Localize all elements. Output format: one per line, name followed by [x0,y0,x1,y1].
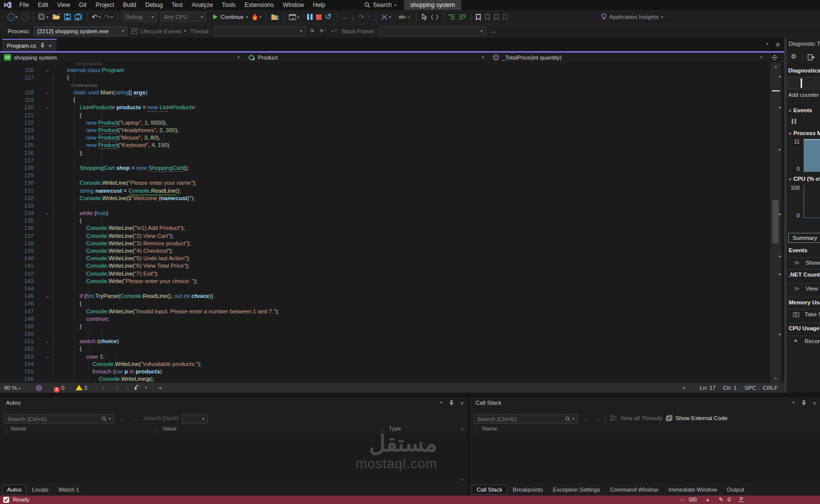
fold-chevron-icon[interactable]: › [36,210,61,217]
code-line[interactable]: 149 } [0,323,784,330]
step-out-button[interactable]: ↑ [368,13,371,20]
tab-autos[interactable]: Autos [2,485,26,495]
line-indicator[interactable]: Ln: 17 [700,383,716,393]
scroll-down-icon[interactable]: ▼ [770,376,781,381]
decrease-indent-button[interactable] [448,14,455,20]
pause-events-icon[interactable] [792,119,796,124]
next-issue-button[interactable]: ↓ [116,383,119,393]
add-counter-link[interactable]: Add counter [788,92,819,98]
nav-project-dropdown[interactable]: C# shopping system▾ [0,53,245,63]
code-line[interactable]: 120› List<Product> products = new List<P… [0,104,784,111]
code-line[interactable]: 131 string namecust = Console.ReadLine()… [0,187,784,195]
code-line[interactable]: 129 [0,172,784,179]
undo-button[interactable]: ↶▾ [92,13,101,20]
tab-output[interactable]: Output [723,485,749,494]
process-select[interactable]: [2212] shopping system.exe▾ [34,26,127,36]
fold-chevron-icon[interactable]: › [36,338,61,345]
code-element-button[interactable] [431,14,438,20]
window-position-chevron-icon[interactable]: ▾ [440,400,442,406]
restart-button[interactable]: ↺ [325,13,331,20]
fold-chevron-icon[interactable]: › [36,104,61,111]
column-header-value[interactable]: Value [163,426,177,434]
menu-item-help[interactable]: Help [309,0,330,10]
hscroll-left-icon[interactable]: ◀ [158,383,162,393]
pin-icon[interactable] [802,400,806,406]
toolbar-overflow-button[interactable]: ⌄⌄ [490,29,495,34]
search-next-icon[interactable]: → [595,415,601,423]
show-next-statement-button[interactable]: → [341,13,348,20]
pencil-icon[interactable]: ✎ [719,496,724,504]
code-line[interactable]: 132 Console.WriteLine($"Welcome {namecus… [0,195,784,202]
navigate-forward-button[interactable]: → [21,13,29,21]
spaces-indicator[interactable]: SPC [744,383,756,393]
tab-summary[interactable]: Summary [788,233,820,243]
code-line[interactable]: 126 }; [0,149,784,157]
code-line[interactable]: 119 { [0,96,784,104]
continue-button[interactable]: Continue▾ [213,14,248,20]
take-snapshot-row[interactable]: Take Snapshot [787,309,820,321]
column-header-name[interactable]: Name [482,426,497,434]
warning-count[interactable]: 3 [76,383,87,393]
tab-watch-1[interactable]: Watch 1 [54,485,84,494]
export-icon[interactable] [808,54,815,61]
split-window-button[interactable] [771,54,778,61]
prev-issue-button[interactable]: ↑ [102,383,105,393]
menu-item-analyze[interactable]: Analyze [187,0,218,10]
breakpoint-tools-button[interactable]: ▾ [381,14,391,20]
menu-search[interactable]: Search ▾ [364,1,396,8]
view-all-threads-button[interactable]: View all Threads [610,415,662,421]
search-depth-select[interactable]: ▾ [182,414,208,424]
tab-locals[interactable]: Locals [27,485,53,494]
menu-item-tools[interactable]: Tools [217,0,240,10]
feedback-person-icon[interactable] [738,496,744,504]
menu-item-extensions[interactable]: Extensions [240,0,278,10]
code-line[interactable]: 136 Console.WriteLine("\n1) Add Product"… [0,224,784,232]
zoom-select[interactable]: 90 % ▾ [4,383,20,393]
hscroll-right-icon[interactable]: ▶ [683,383,686,393]
autos-scrollbar[interactable]: ▲ ▼ [459,427,466,482]
events-section-header[interactable]: ◢Events [788,107,812,113]
flag-icon[interactable]: ⚑ [310,28,315,35]
code-line[interactable]: 124 new Product("Mouse", 3, 80), [0,134,784,142]
autos-body[interactable]: مستقل mostaql.com ▲ ▼ [0,434,468,483]
break-all-button[interactable] [307,14,313,20]
menu-item-build[interactable]: Build [119,0,141,10]
code-line[interactable]: 143 Console.Write("Please enter your cho… [0,278,784,285]
code-line[interactable]: 148 continue; [0,315,784,323]
edit-counter[interactable]: 0 [728,496,731,504]
search-input[interactable]: Search (Ctrl+E) ▾ [474,414,578,424]
code-line[interactable]: 122 new Product("Laptop", 1, 5000), [0,119,784,127]
code-line[interactable]: 117 { [0,74,784,81]
process-memory-section-header[interactable]: ◢Process Memory [788,130,820,136]
code-line[interactable]: 139 Console.WriteLine("4) Checkout"); [0,247,784,255]
timeline-strip[interactable] [788,77,820,89]
updown-arrows-icon[interactable]: ↑↓ [680,496,685,504]
menu-item-test[interactable]: Test [167,0,187,10]
toolbar-drag-handle[interactable]: ⁞ [3,14,4,19]
code-health-icon[interactable] [36,383,42,393]
code-line[interactable]: 155 foreach (var p in products) [0,368,784,375]
solution-platform-select[interactable]: Any CPU▾ [161,12,206,22]
clear-bookmarks-button[interactable] [502,14,508,20]
nav-counter[interactable]: 0/0 [689,496,697,504]
window-position-chevron-icon[interactable]: ▾ [793,400,795,406]
search-prev-icon[interactable]: ← [119,415,126,423]
code-line[interactable]: 121 { [0,112,784,119]
navigate-back-button[interactable]: ←▾ [7,13,18,21]
find-in-files-button[interactable] [271,13,279,20]
toggle-flagged-icon[interactable] [330,29,337,33]
code-line[interactable]: 145› if (!int.TryParse(Console.ReadLine(… [0,292,784,300]
spell-check-button[interactable]: abc✓ [399,14,411,20]
view-counters-row[interactable]: ≫View .NET Counters [787,283,820,295]
step-over-button[interactable]: ↷ [358,13,364,20]
selection-mode-button[interactable] [421,13,427,20]
code-line[interactable]: 125 new Product("Keyboard", 4, 150) [0,142,784,149]
column-indicator[interactable]: Ch: 1 [723,383,737,393]
tab-program-cs[interactable]: Program.cs × [2,39,57,51]
code-line[interactable]: 118› static void Main(string[] args) [0,89,784,96]
column-header-name[interactable]: Name [11,426,26,434]
code-line[interactable]: 156 Console.WriteLine(p); [0,375,784,382]
code-line[interactable]: 137 Console.WriteLine("2) View Cart"); [0,232,784,240]
code-line[interactable]: 135 { [0,217,784,224]
gear-icon[interactable]: ⚙ [791,53,797,60]
